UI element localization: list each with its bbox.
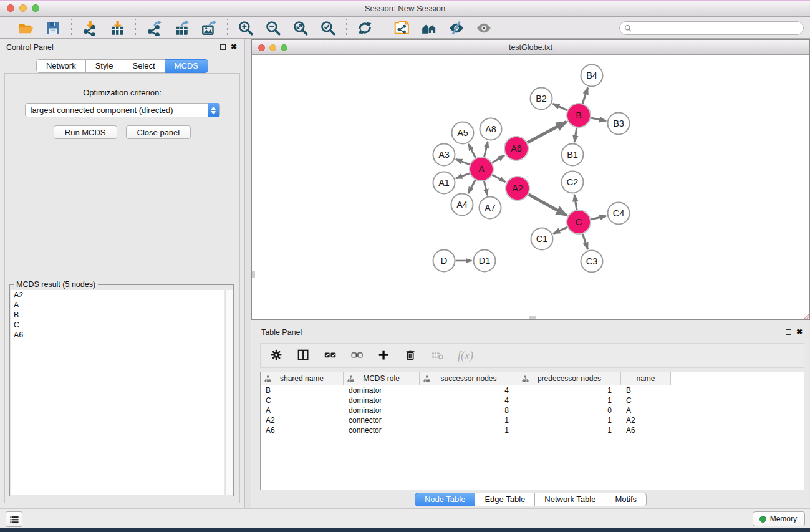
table-cell[interactable]: dominator — [344, 386, 420, 395]
node-A7[interactable]: A7 — [480, 197, 501, 219]
zoom-in-button[interactable] — [237, 19, 254, 37]
search-input[interactable] — [632, 22, 803, 34]
node-C1[interactable]: C1 — [531, 228, 553, 250]
export-network-button[interactable] — [145, 19, 163, 37]
node-B2[interactable]: B2 — [531, 88, 552, 110]
edge-A-A1[interactable] — [456, 173, 470, 178]
node-A6[interactable]: A6 — [504, 137, 528, 160]
float-panel-icon[interactable] — [220, 44, 226, 50]
table-row[interactable]: Cdominator41C — [261, 395, 804, 405]
save-session-button[interactable] — [44, 19, 62, 37]
table-cell[interactable]: 1 — [518, 396, 621, 405]
tab-network-table[interactable]: Network Table — [535, 493, 605, 506]
node-C4[interactable]: C4 — [608, 203, 630, 225]
table-cell[interactable]: A2 — [261, 416, 344, 425]
new-network-from-selection-button[interactable] — [393, 19, 410, 37]
tab-network[interactable]: Network — [36, 59, 86, 73]
edge-B-B1[interactable] — [574, 128, 577, 142]
zoom-network-window-button[interactable] — [281, 44, 287, 51]
node-D[interactable]: D — [433, 250, 455, 272]
mcds-result-item[interactable]: A2 — [11, 290, 224, 300]
table-cell[interactable]: 1 — [518, 416, 621, 425]
table-cell[interactable]: dominator — [344, 396, 420, 405]
node-B4[interactable]: B4 — [581, 65, 603, 87]
edge-B-B3[interactable] — [591, 118, 606, 121]
mcds-result-list[interactable]: A2ABCA6 — [11, 290, 224, 495]
tab-select[interactable]: Select — [123, 59, 165, 73]
node-A3[interactable]: A3 — [433, 144, 455, 166]
edge-A6-B[interactable] — [528, 122, 567, 142]
run-mcds-button[interactable]: Run MCDS — [54, 125, 117, 139]
memory-button[interactable]: Memory — [753, 511, 805, 526]
table-cell[interactable]: B — [621, 386, 671, 395]
table-cell[interactable]: A2 — [621, 416, 671, 425]
table-cell[interactable]: connector — [344, 426, 420, 435]
export-table-button[interactable] — [173, 19, 190, 37]
table-mode-gear-button[interactable] — [270, 347, 284, 364]
table-cell[interactable]: 4 — [420, 396, 518, 405]
node-C3[interactable]: C3 — [581, 251, 603, 273]
column-header-shared-name[interactable]: shared name — [261, 372, 344, 385]
hide-selected-button[interactable] — [448, 19, 465, 37]
close-network-window-button[interactable] — [258, 44, 265, 51]
tab-node-table[interactable]: Node Table — [415, 493, 476, 506]
table-cell[interactable]: 8 — [420, 406, 518, 415]
node-B3[interactable]: B3 — [608, 113, 630, 135]
column-header-successor-nodes[interactable]: successor nodes — [420, 372, 518, 385]
node-A1[interactable]: A1 — [433, 172, 455, 194]
result-list-scrollbar[interactable] — [225, 290, 233, 495]
first-neighbors-button[interactable] — [420, 19, 438, 37]
mcds-result-item[interactable]: B — [11, 310, 224, 320]
mcds-result-item[interactable]: A — [11, 300, 224, 310]
edge-A-A7[interactable] — [484, 181, 487, 195]
table-cell[interactable]: 0 — [518, 406, 621, 415]
edge-C-C1[interactable] — [554, 227, 567, 233]
task-history-button[interactable] — [6, 511, 22, 527]
resize-grip-icon[interactable] — [802, 312, 809, 319]
table-cell[interactable]: A — [621, 406, 671, 415]
zoom-out-button[interactable] — [264, 19, 282, 37]
node-B[interactable]: B — [567, 104, 591, 127]
table-cell[interactable]: 1 — [518, 426, 621, 435]
node-A4[interactable]: A4 — [451, 194, 473, 216]
network-canvas[interactable]: AA1A2A3A4A5A6A7A8BB1B2B3B4CC1C2C3C4DD1 — [252, 55, 809, 319]
table-row[interactable]: Bdominator41B — [261, 385, 804, 395]
table-cell[interactable]: connector — [344, 416, 420, 425]
search-field[interactable] — [619, 21, 804, 35]
node-A5[interactable]: A5 — [452, 122, 474, 144]
delete-column-button[interactable] — [404, 347, 418, 364]
table-cell[interactable]: 1 — [420, 416, 518, 425]
edge-B-B4[interactable] — [582, 87, 587, 104]
export-image-button[interactable] — [200, 19, 218, 37]
table-cell[interactable]: B — [261, 386, 344, 395]
table-cell[interactable]: C — [621, 396, 671, 405]
tab-motifs[interactable]: Motifs — [605, 493, 647, 506]
horizontal-scroll-hint[interactable] — [529, 316, 536, 319]
table-cell[interactable]: 1 — [420, 426, 518, 435]
close-panel-icon[interactable]: ✖ — [231, 42, 237, 52]
column-header-name[interactable]: name — [621, 372, 671, 385]
zoom-fit-button[interactable] — [292, 19, 309, 37]
float-table-panel-icon[interactable] — [786, 329, 791, 335]
open-session-button[interactable] — [17, 19, 34, 37]
apply-layout-button[interactable] — [356, 19, 374, 37]
node-C[interactable]: C — [567, 210, 591, 234]
edge-A-A2[interactable] — [493, 175, 506, 181]
node-A2[interactable]: A2 — [506, 177, 529, 200]
edge-C-C4[interactable] — [591, 216, 606, 219]
node-A[interactable]: A — [470, 157, 493, 181]
edge-A-A4[interactable] — [468, 180, 476, 193]
minimize-network-window-button[interactable] — [269, 44, 276, 51]
column-header-MCDS-role[interactable]: MCDS role — [344, 372, 420, 385]
panel-divider[interactable] — [244, 39, 251, 508]
edge-A-A3[interactable] — [456, 159, 470, 165]
table-row[interactable]: A6connector11A6 — [261, 425, 804, 435]
table-cell[interactable]: 4 — [420, 386, 518, 395]
show-all-button[interactable] — [475, 19, 493, 37]
tab-mcds[interactable]: MCDS — [165, 59, 208, 73]
select-all-columns-button[interactable] — [324, 347, 337, 364]
table-cell[interactable]: A — [261, 406, 344, 415]
close-table-panel-icon[interactable]: ✖ — [796, 327, 803, 337]
table-cell[interactable]: A6 — [261, 426, 344, 435]
criterion-select[interactable]: largest connected component (directed) — [25, 103, 220, 117]
